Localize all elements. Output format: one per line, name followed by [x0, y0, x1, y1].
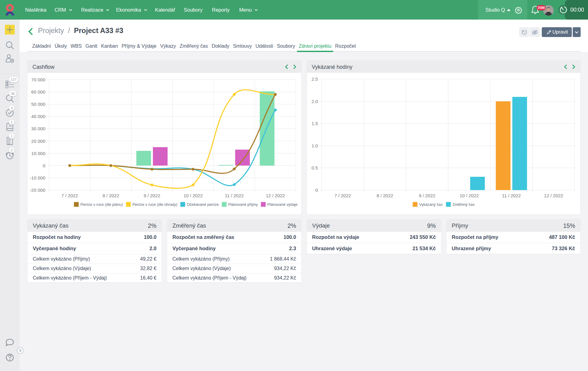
svg-text:Peníze v ruce (dle plánu): Peníze v ruce (dle plánu)	[80, 202, 123, 207]
svg-text:1.5: 1.5	[311, 121, 318, 126]
svg-text:9 / 2022: 9 / 2022	[144, 193, 160, 198]
svg-text:11 / 2022: 11 / 2022	[225, 193, 243, 198]
svg-text:0: 0	[315, 187, 318, 193]
svg-text:12 / 2022: 12 / 2022	[544, 193, 563, 198]
svg-text:Očekávané peníze: Očekávané peníze	[187, 202, 219, 207]
svg-text:20 000: 20 000	[31, 139, 45, 144]
svg-text:11 / 2022: 11 / 2022	[502, 193, 521, 198]
svg-text:50 000: 50 000	[31, 102, 45, 107]
svg-text:30 000: 30 000	[31, 126, 45, 131]
svg-text:Změřený čas: Změřený čas	[452, 202, 474, 207]
svg-text:10 / 2022: 10 / 2022	[460, 193, 479, 198]
svg-text:0.5: 0.5	[311, 165, 318, 170]
svg-text:Plánované výdaje: Plánované výdaje	[267, 202, 298, 207]
svg-text:Vykázaný čas: Vykázaný čas	[419, 202, 443, 207]
svg-text:40 000: 40 000	[31, 114, 45, 119]
svg-text:2.5: 2.5	[311, 76, 318, 82]
svg-text:Plánované příjmy: Plánované příjmy	[228, 202, 258, 207]
svg-text:1.0: 1.0	[311, 143, 318, 148]
svg-text:0: 0	[43, 163, 45, 168]
svg-text:8 / 2022: 8 / 2022	[377, 193, 393, 198]
svg-text:60 000: 60 000	[31, 89, 45, 95]
svg-text:7 / 2022: 7 / 2022	[334, 193, 351, 198]
svg-text:9 / 2022: 9 / 2022	[419, 193, 435, 198]
svg-text:12 / 2022: 12 / 2022	[266, 193, 285, 198]
svg-text:-20 000: -20 000	[30, 187, 45, 193]
svg-text:10 / 2022: 10 / 2022	[183, 193, 203, 198]
svg-text:7 / 2022: 7 / 2022	[61, 193, 78, 198]
svg-text:8 / 2022: 8 / 2022	[103, 193, 119, 198]
svg-text:70 000: 70 000	[31, 77, 45, 82]
svg-text:-10 000: -10 000	[30, 175, 45, 180]
svg-text:Peníze v ruce (dle úhrady): Peníze v ruce (dle úhrady)	[132, 202, 177, 207]
svg-text:10 000: 10 000	[31, 151, 45, 156]
svg-text:2.0: 2.0	[311, 99, 318, 104]
